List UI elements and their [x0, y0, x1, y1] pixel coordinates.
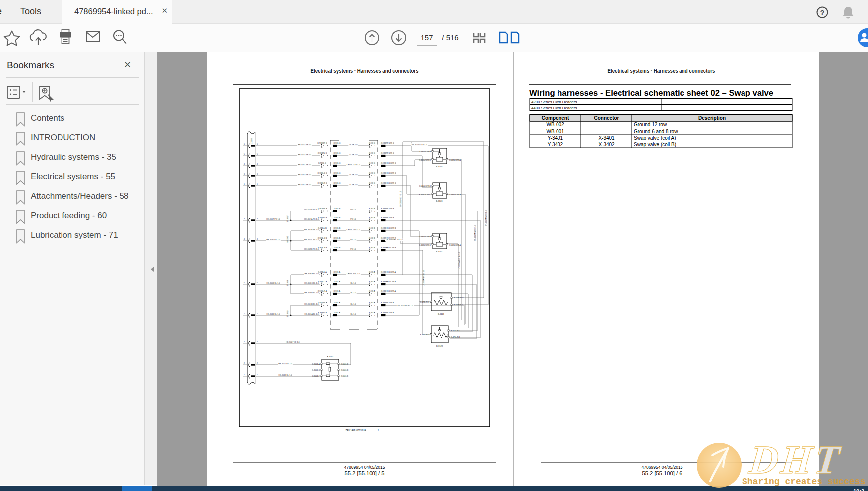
svg-text:X-981 B: X-981 B [334, 247, 341, 249]
svg-text:X-983 B: X-983 B [369, 208, 375, 210]
svg-text:X-3001-A: X-3001-A [312, 363, 320, 365]
svg-text:X-983LC C: X-983LC C [318, 172, 327, 174]
svg-text:+: + [332, 293, 333, 295]
svg-text:X-983LL A: X-983LL A [318, 271, 327, 273]
svg-text:X-981 B: X-981 B [334, 208, 341, 210]
svg-text:+: + [332, 219, 333, 221]
svg-text:X-983 A: X-983 A [369, 271, 375, 273]
svg-text:HE-3001 YE 1.0: HE-3001 YE 1.0 [298, 164, 311, 166]
svg-text:X-3001-B: X-3001-B [341, 363, 349, 365]
svg-text:4: 4 [244, 238, 245, 240]
svg-text:+: + [332, 304, 333, 306]
svg-text:Ground 12 row: Ground 12 row [634, 122, 667, 127]
svg-text:+: + [332, 185, 333, 187]
svg-text:47869954 04/05/2015: 47869954 04/05/2015 [344, 464, 385, 470]
svg-text:X-981 C: X-981 C [334, 182, 341, 184]
svg-text:HE-3014 YE 1.0: HE-3014 YE 1.0 [298, 154, 311, 156]
svg-text:X-983LR B: X-983LR B [318, 247, 327, 249]
svg-text:X-463L/C/R-B: X-463L/C/R-B [419, 236, 431, 238]
svg-text:+: + [332, 230, 333, 232]
svg-text:X-983 B: X-983 B [369, 247, 375, 249]
svg-text:X-981 B: X-981 B [334, 227, 341, 229]
svg-text:2: 2 [257, 313, 258, 315]
svg-text:+: + [332, 274, 333, 276]
svg-text:+: + [332, 175, 333, 177]
svg-text:BL 1.0: BL 1.0 [351, 303, 356, 305]
svg-text:X-3001-E: X-3001-E [341, 375, 349, 377]
svg-text:X-983RP-L/R A: X-983RP-L/R A [381, 302, 394, 304]
svg-text:X-983RL B: X-983RL B [318, 217, 327, 219]
svg-text:55.2 [55.100] / 6: 55.2 [55.100] / 6 [642, 470, 682, 476]
svg-text:X-981 A: X-981 A [334, 312, 341, 314]
svg-text:HE-3085B PK 1.0: HE-3085B PK 1.0 [304, 248, 319, 250]
svg-text:WB-002: WB-002 [546, 122, 564, 127]
svg-text:X-983HH-L/C/R A: X-983HH-L/C/R A [381, 281, 396, 283]
svg-text:6: 6 [244, 143, 245, 145]
svg-text:HE-3085 PK 1.0: HE-3085 PK 1.0 [266, 239, 280, 241]
svg-text:+: + [374, 175, 375, 177]
svg-text:15 YE 1.0: 15 YE 1.0 [349, 154, 358, 156]
svg-text:3: 3 [244, 218, 245, 220]
svg-text:4: 4 [257, 238, 258, 240]
svg-text:+: + [374, 230, 375, 232]
svg-text:X-471L/R-2: X-471L/R-2 [451, 330, 460, 332]
svg-text:PK 1.0: PK 1.0 [350, 218, 356, 220]
svg-text:LP-300L/2/3 YE 1.0: LP-300L/2/3 YE 1.0 [400, 191, 402, 206]
svg-text:Swap valve (coil B): Swap valve (coil B) [634, 142, 676, 147]
svg-text:LA/RP-2 PK 1.0: LA/RP-2 PK 1.0 [347, 229, 360, 231]
svg-text:6: 6 [257, 143, 258, 145]
svg-text:PK 1.0: PK 1.0 [350, 239, 356, 241]
svg-text:X-983 C: X-983 C [369, 142, 375, 144]
svg-text:B-3121: B-3121 [438, 313, 445, 315]
svg-text:X-463L/C/R-C: X-463L/C/R-C [419, 244, 431, 246]
svg-text:+: + [374, 185, 375, 187]
svg-text:X-983LR A: X-983LR A [318, 290, 327, 292]
svg-text:HE-3006A BL 1.0: HE-3006A BL 1.0 [304, 273, 318, 275]
svg-text:X-983RP-L/R C: X-983RP-L/R C [381, 152, 394, 154]
svg-text:HE-3006B BL 1.0: HE-3006B BL 1.0 [304, 292, 318, 294]
svg-text:X-981 C: X-981 C [334, 162, 341, 164]
svg-text:+: + [332, 155, 333, 157]
svg-text:X-981 B: X-981 B [334, 217, 341, 219]
svg-text:Connector: Connector [594, 115, 619, 121]
svg-text:X-983 B: X-983 B [369, 217, 375, 219]
svg-text:X-983L C: X-983L C [318, 162, 326, 164]
svg-text:6: 6 [257, 282, 258, 284]
svg-text:X-983HH-L/C/R B: X-983HH-L/C/R B [381, 247, 396, 249]
svg-text:2: 2 [257, 362, 258, 364]
svg-text:X-463L/C/R-A: X-463L/C/R-A [449, 244, 461, 246]
svg-text:14 YE 1.0: 14 YE 1.0 [349, 174, 358, 176]
svg-text:+: + [374, 240, 375, 242]
svg-text:RP-3014/5 YE 1.0: RP-3014/5 YE 1.0 [412, 144, 427, 146]
svg-text:X-983 A: X-983 A [369, 302, 375, 304]
svg-text:X-47B,/R-3: X-47B,/R-3 [420, 301, 429, 303]
svg-text:2: 2 [244, 362, 245, 364]
svg-text:X-983RR B: X-983RR B [317, 208, 327, 210]
svg-text:4: 4 [257, 341, 258, 343]
svg-text:HE-3012 PK 1.0: HE-3012 PK 1.0 [278, 363, 292, 365]
svg-text:X-983RR C: X-983RR C [317, 142, 327, 144]
svg-text:Electrical systems - Harnesses: Electrical systems - Harnesses and conne… [311, 67, 419, 74]
svg-text:7: 7 [257, 374, 258, 376]
svg-text:X-981 A: X-981 A [334, 290, 341, 292]
svg-text:Description: Description [698, 115, 726, 121]
svg-text:HE-3006 BL 1.0: HE-3006 BL 1.0 [267, 282, 280, 284]
svg-text:HE-3003 YE 1.0: HE-3003 YE 1.0 [298, 174, 311, 176]
svg-text:4400 Series Corn Headers: 4400 Series Corn Headers [531, 106, 577, 110]
svg-text:LF-3006A/B/C PK 1.0: LF-3006A/B/C PK 1.0 [386, 239, 403, 241]
svg-text:4200 Series Corn Headers: 4200 Series Corn Headers [531, 100, 577, 104]
svg-text:16 YE 1.0: 16 YE 1.0 [349, 144, 358, 146]
svg-text:LA/RP-1 YE 1.0: LA/RP-1 YE 1.0 [347, 164, 360, 166]
svg-text:X-3000: X-3000 [251, 138, 253, 144]
svg-text:X-3001-C: X-3001-C [312, 369, 320, 371]
svg-text:X-465L/C/R-B: X-465L/C/R-B [419, 151, 431, 153]
svg-text:1: 1 [244, 183, 245, 185]
svg-text:+: + [374, 283, 375, 285]
svg-text:+: + [374, 249, 375, 251]
svg-text:3: 3 [257, 218, 258, 220]
svg-text:X-983HH-L/C/R C: X-983HH-L/C/R C [381, 162, 396, 164]
svg-text:+: + [374, 293, 375, 295]
svg-text:47869954 04/05/2015: 47869954 04/05/2015 [642, 464, 683, 470]
svg-text:X-983 C: X-983 C [369, 152, 375, 154]
svg-text:X-983 C: X-983 C [369, 162, 375, 164]
